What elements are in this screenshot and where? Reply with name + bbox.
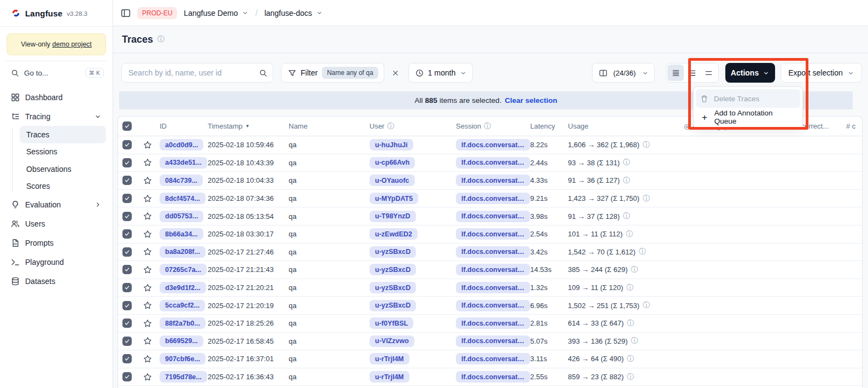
star-icon[interactable] <box>143 373 152 381</box>
sidebar-item-playground[interactable]: Playground <box>7 252 106 271</box>
star-icon[interactable] <box>143 212 152 221</box>
info-icon[interactable]: ⓘ <box>627 318 634 328</box>
sidebar-item-tracing[interactable]: Tracing <box>7 107 106 126</box>
info-icon[interactable]: ⓘ <box>627 372 634 382</box>
info-icon[interactable]: ⓘ <box>643 194 650 204</box>
user-badge[interactable]: u-MYpDAT5 <box>370 193 418 204</box>
user-badge[interactable]: u-yzSBxcD <box>370 300 416 311</box>
goto-search[interactable]: Go to... ⌘ K <box>5 61 107 84</box>
star-icon[interactable] <box>143 319 152 328</box>
star-icon[interactable] <box>143 230 152 239</box>
col-header-user[interactable]: Userⓘ <box>370 121 456 131</box>
trace-id-badge[interactable]: 8dcf4574... <box>160 193 206 204</box>
user-badge[interactable]: u-huJhuJi <box>370 139 413 150</box>
info-icon[interactable]: ⓘ <box>627 354 634 364</box>
session-badge[interactable]: lf.docs.conversation... <box>456 317 530 329</box>
filter-button[interactable]: Filter Name any of qa <box>281 63 384 83</box>
user-badge[interactable]: u-yzSBxcD <box>370 282 416 293</box>
row-checkbox[interactable] <box>122 372 132 381</box>
star-icon[interactable] <box>143 337 152 345</box>
row-height-small-button[interactable] <box>667 65 684 81</box>
trace-id-badge[interactable]: 8b66a34... <box>160 228 203 240</box>
info-icon[interactable]: ⓘ <box>623 158 630 167</box>
star-icon[interactable] <box>143 176 152 185</box>
row-checkbox[interactable] <box>122 247 132 257</box>
row-checkbox[interactable] <box>122 318 132 328</box>
demo-project-link[interactable]: demo project <box>52 40 92 48</box>
row-checkbox[interactable] <box>122 301 132 310</box>
sidebar-item-datasets[interactable]: Datasets <box>7 271 106 291</box>
session-badge[interactable]: lf.docs.conversation... <box>456 264 530 275</box>
session-badge[interactable]: lf.docs.conversation... <box>456 193 530 204</box>
sidebar-item-traces[interactable]: Traces <box>20 126 106 143</box>
row-height-large-button[interactable] <box>701 65 717 81</box>
row-height-medium-button[interactable] <box>684 65 700 81</box>
trace-id-badge[interactable]: dd05753... <box>160 211 203 222</box>
clear-filter-button[interactable] <box>389 66 403 80</box>
info-icon[interactable]: ⓘ <box>623 211 630 221</box>
info-icon[interactable]: ⓘ <box>643 300 650 310</box>
menu-item-add-to-annotation-queue[interactable]: + Add to Annotation Queue <box>696 108 800 126</box>
star-icon[interactable] <box>143 355 152 363</box>
trace-id-badge[interactable]: d3e9d1f2... <box>160 282 206 293</box>
export-selection-button[interactable]: Export selection <box>781 63 862 83</box>
col-header-usage[interactable]: Usage <box>568 122 684 130</box>
menu-item-delete-traces[interactable]: Delete Traces <box>696 89 800 108</box>
trace-id-badge[interactable]: 7195d78e... <box>160 371 207 383</box>
trace-id-badge[interactable]: a433de51... <box>160 157 207 169</box>
star-icon[interactable] <box>143 141 152 149</box>
trace-id-badge[interactable]: b669529... <box>160 335 203 347</box>
select-all-checkbox[interactable] <box>122 121 132 131</box>
user-badge[interactable]: u-OYauofc <box>370 175 415 186</box>
trace-id-badge[interactable]: a0cd0d9... <box>160 139 203 150</box>
session-badge[interactable]: lf.docs.conversation... <box>456 371 530 383</box>
user-badge[interactable]: u-yzSBxcD <box>370 264 416 275</box>
session-badge[interactable]: lf.docs.conversation... <box>456 139 530 150</box>
sidebar-item-users[interactable]: Users <box>7 214 106 233</box>
trace-id-badge[interactable]: 07265c7a... <box>160 264 207 275</box>
search-icon[interactable] <box>259 69 267 77</box>
info-icon[interactable]: ⓘ <box>626 229 633 239</box>
row-checkbox[interactable] <box>122 229 132 239</box>
search-input[interactable] <box>128 68 243 77</box>
info-icon[interactable]: ⓘ <box>639 247 646 257</box>
sidebar-item-evaluation[interactable]: Evaluation <box>7 195 106 214</box>
session-badge[interactable]: lf.docs.conversation... <box>456 157 530 169</box>
sidebar-item-sessions[interactable]: Sessions <box>20 143 106 161</box>
session-badge[interactable]: lf.docs.conversation... <box>456 353 530 364</box>
session-badge[interactable]: lf.docs.conversation... <box>456 300 530 311</box>
user-badge[interactable]: u-rTrjI4M <box>370 371 409 383</box>
user-badge[interactable]: u-yzSBxcD <box>370 246 416 258</box>
trace-id-badge[interactable]: 084c739... <box>160 175 203 186</box>
clear-selection-link[interactable]: Clear selection <box>505 96 557 105</box>
user-badge[interactable]: u-VIZzvwo <box>370 335 414 347</box>
info-icon[interactable]: ⓘ <box>631 336 638 346</box>
trace-id-badge[interactable]: 5cca9cf2... <box>160 300 205 311</box>
row-checkbox[interactable] <box>122 158 132 167</box>
user-badge[interactable]: u-cp66Avh <box>370 157 415 169</box>
row-checkbox[interactable] <box>122 194 132 203</box>
col-header-timestamp[interactable]: Timestamp▼ <box>208 122 289 130</box>
row-checkbox[interactable] <box>122 283 132 292</box>
info-icon[interactable]: ⓘ <box>626 283 634 293</box>
row-checkbox[interactable] <box>122 265 132 274</box>
col-header-latency[interactable]: Latency <box>530 122 568 130</box>
user-badge[interactable]: u-T98YnzD <box>370 211 416 222</box>
star-icon[interactable] <box>143 283 152 292</box>
col-header-name[interactable]: Name <box>289 122 370 130</box>
actions-button[interactable]: Actions <box>725 63 775 83</box>
user-badge[interactable]: u-rTrjI4M <box>370 353 409 364</box>
trace-id-badge[interactable]: ba8a208f... <box>160 246 206 258</box>
col-header-id[interactable]: ID <box>160 122 208 130</box>
time-range-button[interactable]: 1 month <box>408 63 473 83</box>
columns-button[interactable]: (24/36) <box>592 63 655 83</box>
org-switcher[interactable]: Langfuse Demo <box>184 9 249 18</box>
session-badge[interactable]: lf.docs.conversation... <box>456 211 530 222</box>
star-icon[interactable] <box>143 158 152 167</box>
star-icon[interactable] <box>143 265 152 274</box>
col-header-session[interactable]: Sessionⓘ <box>456 121 530 131</box>
sidebar-item-observations[interactable]: Observations <box>20 160 106 178</box>
row-checkbox[interactable] <box>122 354 132 363</box>
star-icon[interactable] <box>143 194 152 203</box>
row-checkbox[interactable] <box>122 176 132 185</box>
